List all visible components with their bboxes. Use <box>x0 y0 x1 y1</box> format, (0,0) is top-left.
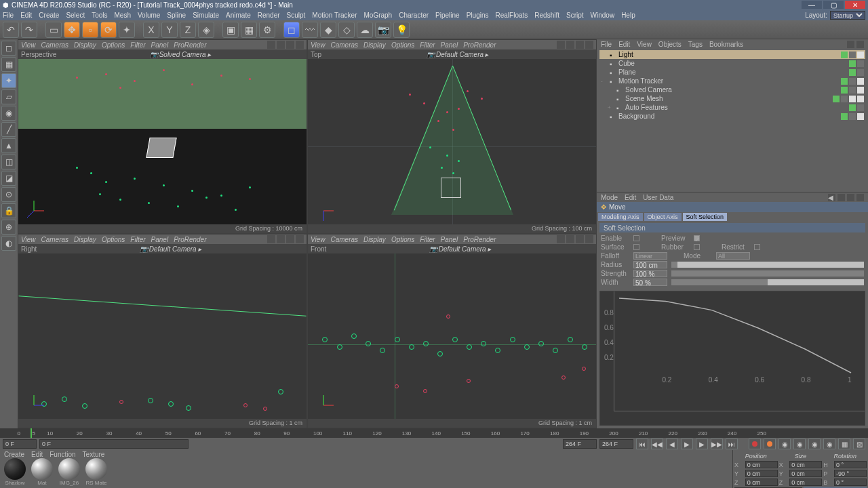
vp-menu-cameras[interactable]: Cameras <box>41 236 69 243</box>
rot-h[interactable] <box>834 461 867 468</box>
record-button[interactable] <box>749 439 761 449</box>
vp-nav-icon[interactable] <box>267 235 275 243</box>
menu-create[interactable]: Create <box>39 12 59 19</box>
vp-nav-icon[interactable] <box>286 41 294 49</box>
vp-menu-cameras[interactable]: Cameras <box>331 236 359 243</box>
tree-item-plane[interactable]: ▪Plane <box>599 68 865 77</box>
workplane-mode[interactable]: ▱ <box>1 89 16 104</box>
add-camera[interactable]: 📷 <box>375 22 391 38</box>
polygon-mode[interactable]: ▲ <box>1 138 16 153</box>
vp-menu-options[interactable]: Options <box>102 236 125 243</box>
strength-slider[interactable] <box>671 270 864 277</box>
attr-menu-userdata[interactable]: User Data <box>643 194 673 201</box>
camera-name[interactable]: Default Camera <box>436 51 484 58</box>
menu-sculpt[interactable]: Sculpt <box>287 12 306 19</box>
material-img_26[interactable]: IMG_26 <box>57 458 81 488</box>
menu-animate[interactable]: Animate <box>226 12 251 19</box>
mat-menu-texture[interactable]: Texture <box>83 451 105 458</box>
radius-field[interactable]: 100 cm <box>633 261 667 268</box>
vp-menu-prorender[interactable]: ProRender <box>174 236 206 243</box>
goto-start-button[interactable]: ⏮ <box>636 439 648 449</box>
mat-menu-create[interactable]: Create <box>4 451 24 458</box>
tree-item-auto-features[interactable]: +▪Auto Features <box>599 103 865 112</box>
next-key-button[interactable]: ▶▶ <box>711 439 723 449</box>
size-z[interactable] <box>789 479 822 486</box>
menu-tools[interactable]: Tools <box>92 12 107 19</box>
scale-tool[interactable]: ▫ <box>82 22 98 38</box>
soft-select[interactable]: ◐ <box>1 236 16 251</box>
camera-name[interactable]: Default Camera <box>149 245 197 253</box>
key-pla-button[interactable]: ▦ <box>838 439 850 449</box>
pos-z[interactable] <box>745 479 778 486</box>
om-menu-objects[interactable]: Objects <box>658 41 682 48</box>
vp-menu-display[interactable]: Display <box>363 236 386 243</box>
minimize-button[interactable]: — <box>802 1 822 9</box>
menu-window[interactable]: Window <box>591 12 615 19</box>
goto-end-button[interactable]: ⏭ <box>726 439 738 449</box>
tree-item-background[interactable]: ▪Background <box>599 112 865 121</box>
material-rs mate[interactable]: RS Mate <box>84 458 108 488</box>
undo-button[interactable]: ↶ <box>3 22 19 38</box>
vp-menu-cameras[interactable]: Cameras <box>331 41 359 49</box>
camera-name[interactable]: Solved Camera <box>159 51 206 58</box>
menu-volume[interactable]: Volume <box>138 12 160 19</box>
tree-item-solved-camera[interactable]: ▪Solved Camera <box>599 85 865 94</box>
tab-soft-selection[interactable]: Soft Selection <box>683 213 728 221</box>
vp-nav-icon[interactable] <box>296 235 304 243</box>
vp-menu-filter[interactable]: Filter <box>130 236 145 243</box>
strength-field[interactable]: 100 % <box>633 270 667 277</box>
add-light[interactable]: 💡 <box>393 22 410 38</box>
menu-redshift[interactable]: Redshift <box>534 12 559 19</box>
vp-menu-prorender[interactable]: ProRender <box>463 41 496 49</box>
size-x[interactable] <box>789 461 822 468</box>
rotate-tool[interactable]: ⟳ <box>100 22 117 38</box>
om-menu-file[interactable]: File <box>601 41 612 48</box>
mode-dropdown[interactable]: All <box>716 252 750 260</box>
menu-select[interactable]: Select <box>66 12 85 19</box>
frame-current-field[interactable] <box>39 439 189 449</box>
play-button[interactable]: ▶ <box>681 439 693 449</box>
timeline-ruler[interactable]: 0510203040506070809010011012013014015016… <box>0 428 868 438</box>
render-view[interactable]: ▣ <box>222 22 239 38</box>
vp-nav-icon[interactable] <box>576 235 584 243</box>
om-menu-view[interactable]: View <box>637 41 652 48</box>
menu-edit[interactable]: Edit <box>20 12 32 19</box>
frame-end-field[interactable] <box>563 439 597 449</box>
viewport-top[interactable]: View Cameras Display Options Filter Pane… <box>307 39 597 234</box>
vp-menu-panel[interactable]: Panel <box>441 236 458 243</box>
pos-x[interactable] <box>745 461 778 468</box>
width-field[interactable]: 50 % <box>633 279 667 286</box>
render-region[interactable]: ▦ <box>241 22 257 38</box>
falloff-dropdown[interactable]: Linear <box>633 252 667 260</box>
om-menu-bookmarks[interactable]: Bookmarks <box>709 41 743 48</box>
viewport-perspective[interactable]: View Cameras Display Options Filter Pane… <box>18 39 307 234</box>
attr-icon[interactable] <box>856 194 864 201</box>
move-tool[interactable]: ✥ <box>64 22 80 38</box>
mat-menu-edit[interactable]: Edit <box>31 451 43 458</box>
vp-nav-icon[interactable] <box>557 235 565 243</box>
add-spline[interactable]: 〰 <box>302 22 318 38</box>
viewport-front[interactable]: View Cameras Display Options Filter Pane… <box>307 234 597 428</box>
object-tree[interactable]: ▪Light▪Cube▪Plane-▪Motion Tracker▪Solved… <box>597 49 868 192</box>
vp-menu-view[interactable]: View <box>311 236 326 243</box>
add-cube[interactable]: ◻ <box>283 22 300 38</box>
vp-menu-view[interactable]: View <box>21 236 36 243</box>
om-menu-edit[interactable]: Edit <box>618 41 630 48</box>
key-rot-button[interactable]: ◉ <box>808 439 821 449</box>
vp-nav-icon[interactable] <box>585 41 593 49</box>
vp-menu-panel[interactable]: Panel <box>441 41 458 49</box>
menu-realfloats[interactable]: RealFloats <box>496 12 528 19</box>
menu-mesh[interactable]: Mesh <box>115 12 131 19</box>
add-deformer[interactable]: ◇ <box>338 22 355 38</box>
coord-system[interactable]: ◈ <box>198 22 214 38</box>
menu-motiontracker[interactable]: Motion Tracker <box>312 12 357 19</box>
om-icon[interactable] <box>856 41 864 48</box>
tree-item-light[interactable]: ▪Light <box>599 50 865 59</box>
mat-menu-function[interactable]: Function <box>50 451 75 458</box>
size-y[interactable] <box>789 470 822 477</box>
om-menu-tags[interactable]: Tags <box>688 41 703 48</box>
key-pos-button[interactable]: ◉ <box>778 439 791 449</box>
tab-object-axis[interactable]: Object Axis <box>644 213 682 221</box>
vp-menu-filter[interactable]: Filter <box>420 236 435 243</box>
restrict-checkbox[interactable] <box>754 244 760 250</box>
